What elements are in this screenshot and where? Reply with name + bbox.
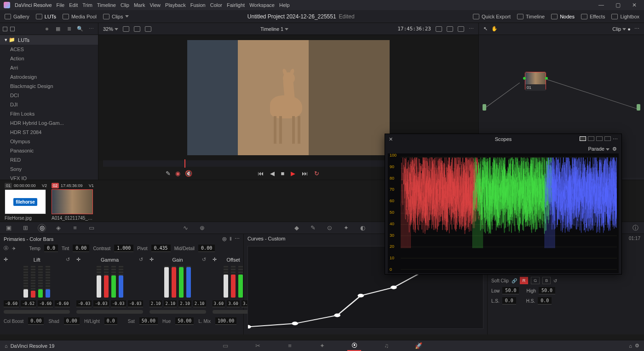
scope-settings-icon[interactable]: ⚙	[612, 146, 617, 152]
luts-button[interactable]: LUTs	[36, 14, 56, 19]
lift-value[interactable]: -0.60	[4, 300, 19, 307]
pick-icon[interactable]: ✛	[150, 257, 154, 263]
tool-rgb-mixer-icon[interactable]: ≡	[71, 224, 79, 232]
high-value[interactable]: 50.0	[539, 287, 555, 294]
reset-icon[interactable]: ↺	[139, 257, 143, 263]
tool-magic-icon[interactable]: ✦	[342, 224, 351, 232]
offset-value[interactable]: 3.60	[227, 300, 240, 307]
clip-card[interactable]: 0100:00:00:00V2 filehorse FileHorse.jpg	[5, 183, 47, 219]
gamma-slider[interactable]	[97, 265, 101, 298]
tool-window-icon[interactable]: ✎	[309, 224, 317, 232]
luts-item[interactable]: Panasonic	[0, 146, 98, 155]
auto-balance-icon[interactable]: Ⓐ	[4, 245, 8, 252]
menu-mark[interactable]: Mark	[134, 2, 145, 8]
lift-slider[interactable]	[23, 265, 28, 298]
node-source-icon[interactable]	[483, 104, 486, 111]
pick-icon[interactable]: ✛	[213, 257, 217, 263]
scopes-close-icon[interactable]: ✕	[389, 136, 393, 142]
luts-item[interactable]: RED	[0, 155, 98, 164]
menu-file[interactable]: File	[57, 2, 65, 8]
colboost-value[interactable]: 0.00	[28, 317, 44, 325]
node-dest-icon[interactable]	[637, 104, 640, 111]
viewer-opt1-icon[interactable]	[436, 26, 442, 32]
clips-button[interactable]: Clips	[103, 14, 129, 19]
offset-slider[interactable]	[224, 265, 228, 298]
wipe-icon[interactable]: ◉	[175, 170, 180, 177]
scope-layout-4-icon[interactable]	[596, 136, 603, 141]
gain-slider[interactable]	[179, 265, 184, 298]
tool-hdr-icon[interactable]: ◈	[54, 224, 63, 232]
menu-fusion[interactable]: Fusion	[190, 2, 206, 8]
hilight-value[interactable]: 0.0	[104, 317, 117, 325]
window-minimize-icon[interactable]: —	[595, 2, 607, 8]
viewer-split-icon[interactable]	[134, 26, 140, 32]
reset-icon[interactable]: ↺	[202, 257, 206, 263]
tool-motion-icon[interactable]: ▭	[87, 224, 96, 232]
next-clip-icon[interactable]: ⏭	[302, 170, 308, 177]
gamma-value[interactable]: -0.03	[111, 300, 126, 307]
menu-fairlight[interactable]: Fairlight	[227, 2, 245, 8]
menu-clip[interactable]: Clip	[121, 2, 129, 8]
lift-slider[interactable]	[46, 265, 50, 298]
channel-r-button[interactable]: R	[520, 277, 529, 284]
lift-slider[interactable]	[38, 265, 43, 298]
luts-item[interactable]: Film Looks	[0, 109, 98, 118]
menu-color[interactable]: Color	[210, 2, 222, 8]
gain-value[interactable]: 2.10	[164, 300, 177, 307]
sidebar-toggle2-icon[interactable]	[10, 27, 15, 31]
scope-layout-2-icon[interactable]	[588, 136, 594, 141]
tint-value[interactable]: 0.00	[73, 245, 89, 252]
menu-workspace[interactable]: Workspace	[249, 2, 275, 8]
log-mode-icon[interactable]: ⋯	[235, 236, 240, 242]
hue-value[interactable]: 50.00	[175, 317, 194, 325]
prev-clip-icon[interactable]: ⏮	[258, 170, 264, 177]
clip-thumbnail[interactable]	[52, 189, 93, 214]
lmix-value[interactable]: 100.00	[215, 317, 236, 325]
gamma-slider[interactable]	[119, 265, 123, 298]
step-back-icon[interactable]: ◀	[270, 170, 275, 177]
menu-help[interactable]: Help	[279, 2, 290, 8]
tool-camera-raw-icon[interactable]: ▣	[5, 224, 13, 232]
home-icon[interactable]: ⌂	[5, 343, 8, 349]
timeline-name-dropdown[interactable]: Timeline 1	[156, 26, 393, 32]
scope-layout-1-icon[interactable]	[580, 136, 586, 141]
tool-blur-icon[interactable]: ◐	[359, 224, 367, 232]
gain-slider[interactable]	[172, 265, 176, 298]
lift-value[interactable]: -0.60	[38, 300, 53, 307]
pivot-value[interactable]: 0.435	[151, 245, 171, 252]
gain-value[interactable]: 2.10	[193, 300, 206, 307]
page-deliver-icon[interactable]: 🚀	[412, 341, 426, 351]
viewer-mode-icon[interactable]	[123, 26, 129, 32]
gamma-value[interactable]: -0.03	[93, 300, 109, 307]
ls-value[interactable]: 0.0	[502, 297, 516, 304]
view-icons-icon[interactable]: ▦	[54, 26, 62, 32]
luts-item[interactable]: Astrodesign	[0, 72, 98, 82]
node-scope-dropdown[interactable]: Clip ●	[612, 26, 631, 32]
nodes-button[interactable]: Nodes	[551, 14, 575, 19]
low-value[interactable]: 50.0	[502, 287, 519, 294]
picker-icon[interactable]: ✎	[166, 170, 171, 177]
lift-value[interactable]: -0.60	[55, 300, 70, 307]
luts-item[interactable]: Sony	[0, 164, 98, 174]
mid-value[interactable]: 0.00	[198, 245, 215, 252]
contrast-value[interactable]: 1.000	[114, 245, 133, 252]
hs-value[interactable]: 0.0	[538, 297, 552, 304]
page-cut-icon[interactable]: ✂	[251, 341, 264, 351]
luts-item[interactable]: DCI	[0, 91, 98, 100]
gamma-value[interactable]: -0.03	[76, 300, 92, 307]
clip-thumbnail[interactable]: filehorse	[5, 189, 46, 214]
settings-icon[interactable]: ⚙	[635, 343, 639, 349]
scopes-more-icon[interactable]: ⋯	[613, 136, 618, 142]
tool-warper-icon[interactable]: ⊕	[198, 224, 207, 232]
scopes-panel[interactable]: ✕ Scopes ⋯ Parade ⚙ 10090807060504030201…	[385, 134, 622, 275]
window-maximize-icon[interactable]: ▢	[612, 2, 624, 8]
more-icon[interactable]: ⋯	[87, 26, 95, 32]
gamma-master-wheel[interactable]	[76, 310, 143, 314]
tool-primaries-icon[interactable]: ◎	[38, 224, 46, 232]
page-edit-icon[interactable]: ≡	[283, 341, 297, 351]
lift-master-wheel[interactable]	[4, 310, 70, 314]
stop-icon[interactable]: ■	[281, 170, 285, 177]
page-color-icon[interactable]: ⦿	[347, 341, 361, 351]
gain-slider[interactable]	[186, 265, 191, 298]
lightbox-button[interactable]: Lightbox	[611, 14, 639, 19]
